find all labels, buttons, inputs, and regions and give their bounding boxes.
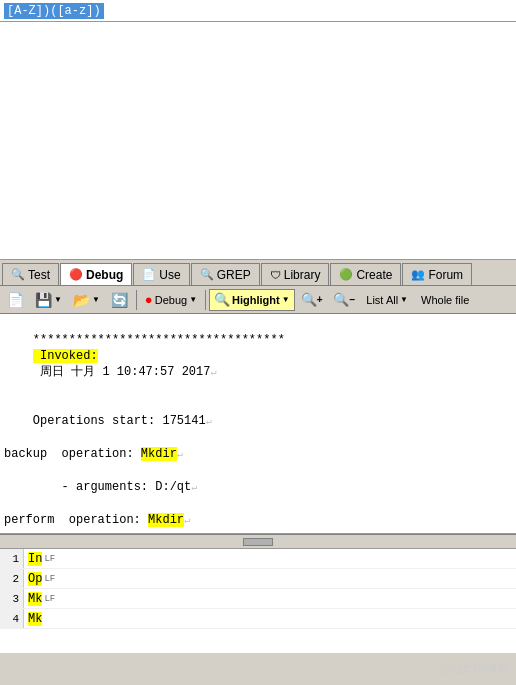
plus-icon: +: [317, 294, 323, 305]
refresh-button[interactable]: 🔄: [106, 289, 133, 311]
zoom-in-icon: 🔍: [301, 292, 317, 307]
tab-library-label: Library: [284, 268, 321, 282]
open-dropdown-arrow: ▼: [92, 295, 100, 304]
regex-bar: [A-Z])([a-z]): [0, 0, 516, 22]
minus-icon: −: [349, 294, 355, 305]
forum-icon: 👥: [411, 268, 425, 281]
tab-library[interactable]: 🛡 Library: [261, 263, 330, 285]
editor-area[interactable]: [0, 22, 516, 260]
line-content-2: Op LF: [24, 569, 516, 588]
tab-create[interactable]: 🟢 Create: [330, 263, 401, 285]
open-button[interactable]: 📂 ▼: [68, 289, 105, 311]
output-line2: backup operation: Mkdir↵: [4, 446, 512, 463]
cr-5: ↵: [184, 515, 190, 526]
output-line4: perform operation: Mkdir↵: [4, 512, 512, 529]
whole-file-button[interactable]: Whole file: [416, 289, 474, 311]
library-icon: 🛡: [270, 269, 281, 281]
debug-icon: 🔴: [69, 268, 83, 281]
cr-4: ↵: [191, 482, 197, 493]
test-icon: 🔍: [11, 268, 25, 281]
new-icon: 📄: [7, 292, 24, 308]
separator-2: [205, 290, 206, 310]
highlight-button[interactable]: 🔍 Highlight ▼: [209, 289, 295, 311]
toolbar-row: 📄 💾 ▼ 📂 ▼ 🔄 ● Debug ▼ 🔍 Highlight ▼ 🔍 + …: [0, 286, 516, 314]
lf-icon-2: LF: [44, 574, 55, 584]
table-row: 1 In LF: [0, 549, 516, 569]
line-highlight-1: In: [28, 552, 42, 566]
line-content-1: In LF: [24, 549, 516, 568]
new-button[interactable]: 📄: [2, 289, 29, 311]
watermark: @51CTO博客: [440, 662, 508, 677]
line-num-1: 1: [0, 549, 24, 568]
mkdir-highlight-1: Mkdir: [141, 447, 177, 461]
hscroll-track[interactable]: [0, 537, 516, 547]
zoom-out-button[interactable]: 🔍 −: [328, 289, 360, 311]
output-line1: Operations start: 175141↵: [4, 397, 512, 446]
list-all-label: List All: [366, 294, 398, 306]
output-area: *********************************** Invo…: [0, 314, 516, 534]
tab-forum[interactable]: 👥 Forum: [402, 263, 472, 285]
regex-text: [A-Z])([a-z]): [4, 3, 104, 19]
line-num-2: 2: [0, 569, 24, 588]
separator-1: [136, 290, 137, 310]
save-button[interactable]: 💾 ▼: [30, 289, 67, 311]
tab-use-label: Use: [159, 268, 180, 282]
line-highlight-3: Mk: [28, 592, 42, 606]
table-row: 3 Mk LF: [0, 589, 516, 609]
cr-3: ↵: [177, 449, 183, 460]
tab-grep[interactable]: 🔍 GREP: [191, 263, 260, 285]
horizontal-scrollbar[interactable]: [0, 534, 516, 548]
hscroll-grip[interactable]: [243, 538, 273, 546]
line-highlight-2: Op: [28, 572, 42, 586]
tab-test[interactable]: 🔍 Test: [2, 263, 59, 285]
use-icon: 📄: [142, 268, 156, 281]
highlight-icon: 🔍: [214, 292, 230, 307]
zoom-out-icon: 🔍: [333, 292, 349, 307]
grep-icon: 🔍: [200, 268, 214, 281]
zoom-in-button[interactable]: 🔍 +: [296, 289, 328, 311]
whole-file-label: Whole file: [421, 294, 469, 306]
table-row: 2 Op LF: [0, 569, 516, 589]
save-dropdown-arrow: ▼: [54, 295, 62, 304]
line-num-3: 3: [0, 589, 24, 608]
output-separator: *********************************** Invo…: [4, 316, 512, 397]
debug-toolbar-icon: ●: [145, 292, 153, 307]
line-highlight-4: Mk: [28, 612, 42, 626]
line-content-4: Mk: [24, 609, 516, 628]
debug-label: Debug: [155, 294, 187, 306]
lf-icon-1: LF: [44, 554, 55, 564]
tab-grep-label: GREP: [217, 268, 251, 282]
refresh-icon: 🔄: [111, 292, 128, 308]
bottom-panel: 1 In LF 2 Op LF 3 Mk LF 4 Mk: [0, 548, 516, 653]
highlight-dropdown-arrow: ▼: [282, 295, 290, 304]
tab-debug[interactable]: 🔴 Debug: [60, 263, 132, 285]
cr-1: ↵: [210, 367, 216, 378]
debug-dropdown-arrow: ▼: [189, 295, 197, 304]
tab-create-label: Create: [356, 268, 392, 282]
folder-icon: 📂: [73, 292, 90, 308]
tab-forum-label: Forum: [428, 268, 463, 282]
mkdir-highlight-2: Mkdir: [148, 513, 184, 527]
line-num-4: 4: [0, 609, 24, 628]
lf-icon-3: LF: [44, 594, 55, 604]
table-row: 4 Mk: [0, 609, 516, 629]
tab-bar: 🔍 Test 🔴 Debug 📄 Use 🔍 GREP 🛡 Library 🟢 …: [0, 260, 516, 286]
list-all-button[interactable]: List All ▼: [361, 289, 413, 311]
output-line3: - arguments: D:/qt↵: [4, 463, 512, 512]
create-icon: 🟢: [339, 268, 353, 281]
cr-2: ↵: [206, 416, 212, 427]
tab-test-label: Test: [28, 268, 50, 282]
highlight-label: Highlight: [232, 294, 280, 306]
tab-use[interactable]: 📄 Use: [133, 263, 189, 285]
tab-debug-label: Debug: [86, 268, 123, 282]
save-icon: 💾: [35, 292, 52, 308]
debug-button[interactable]: ● Debug ▼: [140, 289, 202, 311]
invoked-highlight: Invoked:: [33, 349, 98, 363]
list-all-dropdown-arrow: ▼: [400, 295, 408, 304]
line-content-3: Mk LF: [24, 589, 516, 608]
